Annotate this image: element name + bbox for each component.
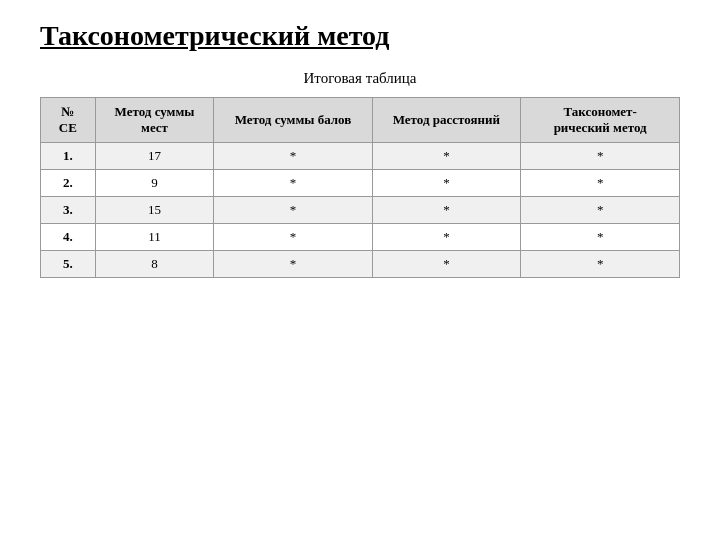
cell-distance: * <box>372 251 521 278</box>
header-distance: Метод расстояний <box>372 98 521 143</box>
table-row: 5.8*** <box>41 251 680 278</box>
cell-sum-places: 9 <box>95 170 214 197</box>
cell-sum-scores: * <box>214 251 372 278</box>
summary-table: №СЕ Метод суммымест Метод суммы балов Ме… <box>40 97 680 278</box>
cell-num: 2. <box>41 170 96 197</box>
cell-taxo: * <box>521 170 680 197</box>
table-row: 4.11*** <box>41 224 680 251</box>
cell-sum-places: 15 <box>95 197 214 224</box>
cell-taxo: * <box>521 143 680 170</box>
cell-sum-places: 11 <box>95 224 214 251</box>
cell-distance: * <box>372 170 521 197</box>
header-taxo: Таксономет-рический метод <box>521 98 680 143</box>
table-container: №СЕ Метод суммымест Метод суммы балов Ме… <box>40 97 680 278</box>
table-subtitle: Итоговая таблица <box>40 70 680 87</box>
header-num: №СЕ <box>41 98 96 143</box>
table-row: 1.17*** <box>41 143 680 170</box>
cell-taxo: * <box>521 224 680 251</box>
cell-num: 3. <box>41 197 96 224</box>
cell-num: 1. <box>41 143 96 170</box>
cell-taxo: * <box>521 251 680 278</box>
page: Таксонометрический метод Итоговая таблиц… <box>0 0 720 540</box>
cell-num: 5. <box>41 251 96 278</box>
cell-sum-scores: * <box>214 197 372 224</box>
cell-sum-places: 17 <box>95 143 214 170</box>
cell-distance: * <box>372 197 521 224</box>
cell-sum-places: 8 <box>95 251 214 278</box>
cell-distance: * <box>372 143 521 170</box>
page-title: Таксонометрический метод <box>40 20 680 52</box>
header-sum-places: Метод суммымест <box>95 98 214 143</box>
cell-sum-scores: * <box>214 143 372 170</box>
table-row: 2.9*** <box>41 170 680 197</box>
cell-num: 4. <box>41 224 96 251</box>
cell-taxo: * <box>521 197 680 224</box>
cell-sum-scores: * <box>214 170 372 197</box>
cell-distance: * <box>372 224 521 251</box>
table-header-row: №СЕ Метод суммымест Метод суммы балов Ме… <box>41 98 680 143</box>
table-row: 3.15*** <box>41 197 680 224</box>
header-sum-scores: Метод суммы балов <box>214 98 372 143</box>
cell-sum-scores: * <box>214 224 372 251</box>
